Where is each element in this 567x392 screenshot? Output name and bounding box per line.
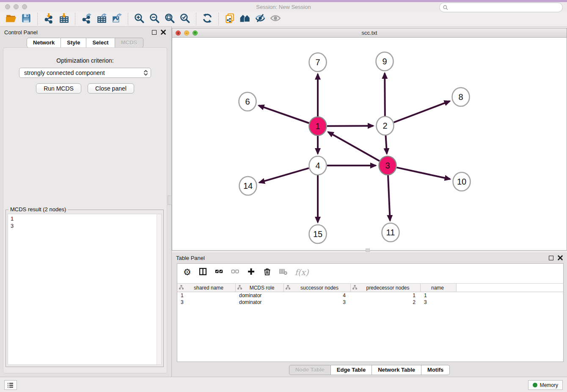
node-14[interactable]: 14 <box>239 177 257 195</box>
column-header-predecessor-nodes[interactable]: predecessor nodes <box>351 284 421 292</box>
function-builder-button[interactable]: f(x) <box>295 268 309 277</box>
edge-3-10[interactable] <box>396 168 450 179</box>
edge-3-11[interactable] <box>388 175 390 221</box>
cell-MCDS-role[interactable]: dominator <box>236 292 284 299</box>
run-mcds-button[interactable]: Run MCDS <box>36 83 81 94</box>
toolbar-separator <box>37 13 38 25</box>
node-2[interactable]: 2 <box>377 116 394 135</box>
float-icon[interactable] <box>152 30 157 35</box>
edge-4-14[interactable] <box>259 168 309 182</box>
column-header-shared-name[interactable]: shared name <box>177 284 236 292</box>
edge-2-9[interactable] <box>385 73 385 116</box>
gear-icon: ⚙ <box>183 268 191 277</box>
node-11[interactable]: 11 <box>382 223 399 242</box>
import-table-icon <box>58 13 69 25</box>
export-table-button[interactable] <box>94 13 109 25</box>
criterion-select[interactable]: strongly connected component <box>19 68 151 78</box>
zoom-fit-button[interactable] <box>162 13 177 25</box>
task-history-button[interactable] <box>4 380 17 390</box>
apply-layout-button[interactable] <box>200 13 215 25</box>
import-table-button[interactable] <box>56 13 72 25</box>
node-8[interactable]: 8 <box>452 88 470 106</box>
svg-text:15: 15 <box>313 229 322 239</box>
search-icon <box>443 5 449 11</box>
node-10[interactable]: 10 <box>453 172 471 191</box>
close-icon[interactable] <box>558 255 563 260</box>
table-row[interactable]: 1dominator411 <box>177 292 563 299</box>
tab-mcds[interactable]: MCDS <box>115 38 143 48</box>
cell-shared-name[interactable]: 1 <box>177 292 236 299</box>
edge-3-1[interactable] <box>328 132 379 161</box>
tab-motifs[interactable]: Motifs <box>421 365 450 375</box>
cell-name[interactable]: 3 <box>421 299 457 306</box>
tab-edge-table[interactable]: Edge Table <box>331 365 372 375</box>
svg-text:9: 9 <box>382 57 387 66</box>
node-7[interactable]: 7 <box>309 53 327 72</box>
network-frame-titlebar[interactable]: x – + scc.txt <box>172 28 567 38</box>
table-mode-button[interactable]: ⚙ <box>183 268 191 277</box>
node-3[interactable]: 3 <box>379 156 396 175</box>
tab-network-table[interactable]: Network Table <box>372 365 421 375</box>
show-columns-button[interactable] <box>198 267 207 277</box>
save-icon <box>21 13 32 25</box>
cell-successor-nodes[interactable]: 4 <box>284 292 351 299</box>
select-all-button[interactable] <box>215 267 223 277</box>
network-canvas[interactable]: 7968124314101511 <box>172 38 567 250</box>
result-scrollbar[interactable] <box>157 214 161 364</box>
import-network-icon <box>43 13 54 25</box>
create-column-button[interactable] <box>247 267 256 277</box>
clone-network-button[interactable] <box>222 13 237 25</box>
node-9[interactable]: 9 <box>376 52 394 71</box>
vertical-splitter-handle[interactable] <box>168 196 172 205</box>
export-image-button[interactable] <box>109 13 124 25</box>
cell-name[interactable]: 1 <box>421 292 457 299</box>
zoom-selected-button[interactable] <box>177 13 193 25</box>
home-button[interactable] <box>237 13 253 25</box>
mcds-result-textarea[interactable]: 1 3 <box>8 214 162 365</box>
node-15[interactable]: 15 <box>309 225 327 243</box>
memory-button[interactable]: Memory <box>528 380 563 390</box>
zoom-in-button[interactable] <box>132 13 147 25</box>
cell-MCDS-role[interactable]: dominator <box>236 299 284 306</box>
edge-2-8[interactable] <box>394 101 450 122</box>
tab-node-table[interactable]: Node Table <box>289 365 331 375</box>
refresh-icon <box>202 13 213 25</box>
fx-icon: f(x) <box>295 268 309 277</box>
cell-predecessor-nodes[interactable]: 1 <box>351 292 421 299</box>
search-input[interactable] <box>449 5 562 11</box>
edge-1-6[interactable] <box>259 105 309 123</box>
node-1[interactable]: 1 <box>309 117 327 135</box>
show-panels-button[interactable] <box>268 13 283 25</box>
node-6[interactable]: 6 <box>239 92 256 111</box>
hide-panels-button[interactable] <box>253 13 268 25</box>
search-field[interactable] <box>439 3 563 12</box>
float-icon[interactable] <box>549 256 553 260</box>
tab-network[interactable]: Network <box>27 38 61 48</box>
deselect-all-button[interactable] <box>231 267 239 277</box>
table-row[interactable]: 3dominator323 <box>177 299 563 306</box>
close-panel-button[interactable]: Close panel <box>88 83 134 94</box>
open-session-button[interactable] <box>3 13 19 25</box>
svg-text:4: 4 <box>315 161 320 170</box>
import-network-button[interactable] <box>41 13 56 25</box>
export-network-button[interactable] <box>79 13 94 25</box>
column-header-name[interactable]: name <box>421 284 457 292</box>
cell-predecessor-nodes[interactable]: 2 <box>351 299 421 306</box>
edge-1-2[interactable] <box>327 126 373 126</box>
close-icon[interactable] <box>161 30 166 35</box>
save-session-button[interactable] <box>19 13 34 25</box>
tab-style[interactable]: Style <box>61 38 86 48</box>
tab-select[interactable]: Select <box>86 38 115 48</box>
delete-table-button[interactable] <box>279 267 288 277</box>
table-toolbar: ⚙f(x) <box>177 264 563 281</box>
column-header-successor-nodes[interactable]: successor nodes <box>284 284 351 292</box>
tree-icon <box>351 285 357 291</box>
cell-shared-name[interactable]: 3 <box>177 299 236 306</box>
edge-2-3[interactable] <box>385 135 387 154</box>
horizontal-splitter-handle[interactable] <box>366 248 370 252</box>
delete-column-button[interactable] <box>263 267 272 277</box>
cell-successor-nodes[interactable]: 3 <box>284 299 351 306</box>
column-header-MCDS-role[interactable]: MCDS role <box>236 284 284 292</box>
zoom-out-button[interactable] <box>147 13 162 25</box>
node-4[interactable]: 4 <box>309 156 327 175</box>
